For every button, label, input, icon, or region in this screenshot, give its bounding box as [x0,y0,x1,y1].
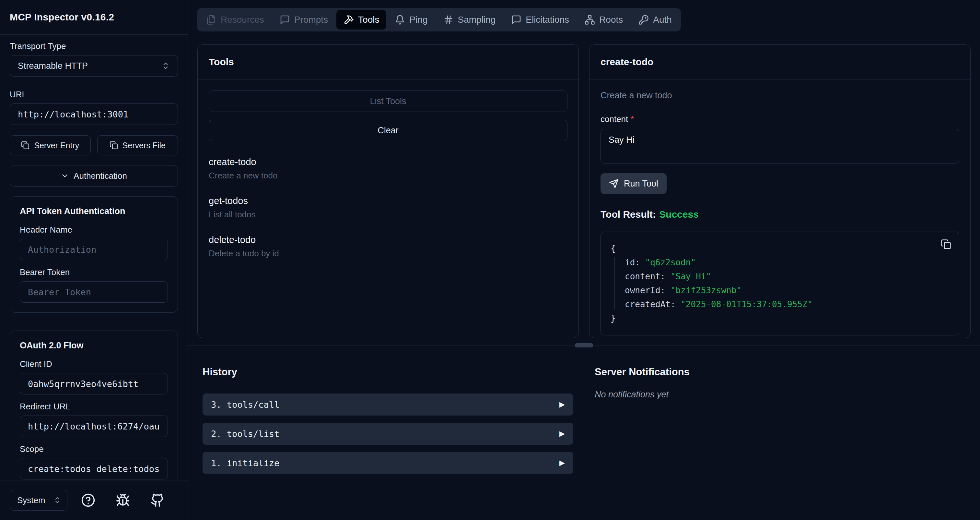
tool-list: create-todo Create a new todo get-todos … [209,157,568,258]
tools-panel-header: Tools [198,45,579,80]
files-icon [206,14,216,25]
authentication-toggle-label: Authentication [73,171,127,181]
tool-description: List all todos [209,209,568,220]
bug-icon [116,493,130,507]
json-entry: content: "Say Hi" [625,270,949,284]
sidebar-header: MCP Inspector v0.16.2 [0,0,188,35]
redirect-url-input[interactable] [20,416,168,437]
json-entry: ownerId: "bzif253zswnb" [625,284,949,297]
hammer-icon [344,14,354,25]
expand-arrow-icon: ▶ [559,459,565,467]
json-entry: createdAt: "2025-08-01T15:37:05.955Z" [625,297,949,311]
transport-type-value: Streamable HTTP [18,61,88,71]
authentication-toggle[interactable]: Authentication [10,165,178,187]
tabbar-row: Resources Prompts Tools Ping Sampling El… [188,0,980,32]
tool-detail-description: Create a new todo [600,91,959,100]
tab-label: Elicitations [526,14,569,25]
tool-detail-body: Create a new todo content* Say Hi Run To… [590,80,970,338]
chevrons-up-down-icon [161,62,170,70]
tab-label: Tools [358,14,379,25]
chevron-down-icon [60,172,69,180]
resize-handle[interactable] [575,343,593,348]
tabbar: Resources Prompts Tools Ping Sampling El… [197,8,681,32]
tool-result-status: Success [659,209,699,220]
history-row-initialize[interactable]: 1. initialize ▶ [202,452,573,474]
oauth-flow-card: OAuth 2.0 Flow Client ID Redirect URL Sc… [10,330,178,480]
history-row-label: 1. initialize [211,458,279,468]
history-row-tools-list[interactable]: 2. tools/list ▶ [202,423,573,445]
content-field-label: content [600,114,628,124]
json-value: "2025-08-01T15:37:05.955Z" [681,300,813,309]
tab-elicitations[interactable]: Elicitations [504,10,576,30]
history-pane: History 3. tools/call ▶ 2. tools/list ▶ … [188,346,584,520]
tab-label: Ping [409,14,428,25]
oauth-flow-title: OAuth 2.0 Flow [20,341,168,351]
scope-input[interactable] [20,458,168,479]
tool-detail-header: create-todo [590,45,970,80]
tool-list-item-delete-todo[interactable]: delete-todo Delete a todo by id [209,234,568,258]
message-square-icon [280,14,290,25]
tab-label: Auth [653,14,672,25]
scope-label: Scope [20,444,168,454]
tab-roots[interactable]: Roots [578,10,630,30]
content-field-label-row: content* [600,114,959,124]
tab-ping[interactable]: Ping [388,10,434,30]
transport-type-select[interactable]: Streamable HTTP [10,55,178,77]
copy-icon [941,239,951,249]
header-name-input[interactable] [20,239,168,260]
app-title: MCP Inspector v0.16.2 [10,12,114,23]
tool-result-line: Tool Result:Success [600,209,959,220]
transport-type-label: Transport Type [10,41,178,51]
hash-icon [443,14,454,25]
content-field-input[interactable]: Say Hi [600,129,959,163]
json-value: "bzif253zswnb" [670,286,741,295]
client-id-input[interactable] [20,373,168,394]
redirect-url-label: Redirect URL [20,402,168,412]
sidebar-footer: System [0,480,188,520]
api-token-card: API Token Authentication Header Name Bea… [10,196,178,313]
servers-file-button[interactable]: Servers File [97,135,178,155]
client-id-label: Client ID [20,359,168,369]
list-tools-button[interactable]: List Tools [209,91,568,112]
github-button[interactable] [150,493,165,507]
url-input[interactable] [10,104,178,125]
json-value: "Say Hi" [670,271,711,281]
copy-result-button[interactable] [941,239,951,249]
tool-name: delete-todo [209,234,568,245]
tab-sampling[interactable]: Sampling [436,10,503,30]
sidebar-body: Transport Type Streamable HTTP URL Serve… [0,35,188,480]
clear-button[interactable]: Clear [209,120,568,141]
tool-name: get-todos [209,196,568,206]
tools-panel: Tools List Tools Clear create-todo Creat… [197,45,579,338]
clear-label: Clear [377,126,399,136]
main-area: Resources Prompts Tools Ping Sampling El… [188,0,980,520]
tab-resources[interactable]: Resources [199,10,271,30]
tool-list-item-get-todos[interactable]: get-todos List all todos [209,196,568,220]
server-notifications-title: Server Notifications [595,366,980,378]
github-icon [150,493,165,507]
help-button[interactable] [81,493,95,507]
bell-icon [395,14,405,25]
run-tool-button[interactable]: Run Tool [600,173,667,194]
json-entry: id: "q6z2sodn" [625,255,949,270]
tools-panel-body: List Tools Clear create-todo Create a ne… [198,80,579,338]
tab-tools[interactable]: Tools [336,10,386,30]
tool-list-item-create-todo[interactable]: create-todo Create a new todo [209,157,568,181]
run-tool-label: Run Tool [624,179,658,189]
theme-select-value: System [17,495,45,506]
copy-icon [21,141,30,150]
url-label: URL [10,89,178,100]
tab-auth[interactable]: Auth [631,10,679,30]
copy-icon [110,141,118,150]
theme-select[interactable]: System [10,490,67,510]
server-entry-button[interactable]: Server Entry [10,135,91,155]
list-tools-label: List Tools [370,96,406,107]
tab-label: Sampling [458,14,496,25]
key-icon [638,14,649,25]
history-row-tools-call[interactable]: 3. tools/call ▶ [202,394,573,416]
notifications-empty-message: No notifications yet [595,389,980,400]
tab-prompts[interactable]: Prompts [272,10,335,30]
debug-button[interactable] [116,493,130,507]
bearer-token-input[interactable] [20,281,168,303]
server-entry-label: Server Entry [34,141,79,150]
